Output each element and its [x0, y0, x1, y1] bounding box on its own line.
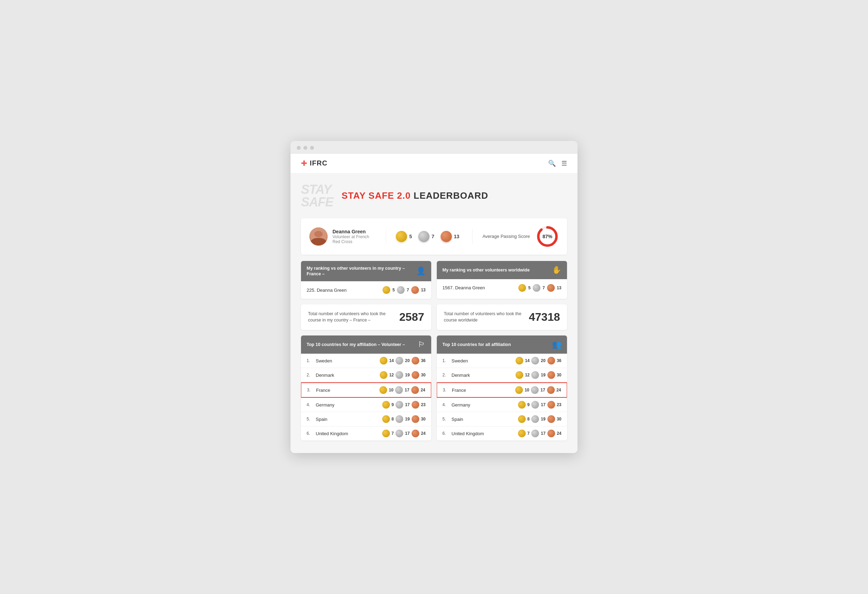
- gold-medal-icon: [396, 231, 407, 242]
- top10-all-title: Top 10 countries for all affiliation: [442, 342, 511, 347]
- table-row: 4. Germany 9 17 23: [301, 398, 431, 412]
- bronze-count: 30: [421, 373, 426, 377]
- wrank-gold-icon: [518, 284, 526, 292]
- table-row: 2. Denmark 12 19 30: [301, 368, 431, 382]
- table-row: 1. Sweden 14 20 36: [301, 354, 431, 368]
- gold-medal-icon: [379, 386, 387, 394]
- country-name: Denmark: [316, 373, 377, 378]
- bronze-medal-icon: [548, 401, 555, 408]
- silver-medal-icon: [531, 415, 539, 423]
- wrank-silver-icon: [533, 284, 540, 292]
- silver-medal-icon: [418, 231, 430, 242]
- country-name: Spain: [316, 417, 379, 422]
- rank-number: 4.: [307, 402, 313, 407]
- silver-count: 20: [405, 358, 409, 363]
- menu-icon[interactable]: ☰: [561, 159, 567, 167]
- gold-count: 8: [392, 417, 394, 422]
- silver-count: 19: [405, 417, 409, 422]
- medals-inline: 12 19 30: [515, 371, 561, 379]
- profile-details: Deanna Green Volunteer at French Red Cro…: [332, 229, 376, 244]
- bronze-medal-item: 13: [441, 231, 459, 242]
- bronze-count: 36: [557, 358, 561, 363]
- total-country-card: Total number of volunteers who took the …: [301, 304, 431, 330]
- country-ranking-row: 225. Deanna Green 5 7 13: [307, 286, 426, 294]
- main-area: Stay Safe STAY SAFE 2.0 LEADERBOARD Dean…: [291, 174, 577, 453]
- silver-medal-count: 7: [431, 234, 434, 239]
- table-row: 5. Spain 8 19 30: [437, 412, 567, 426]
- silver-count: 17: [404, 388, 409, 392]
- score-divider: [472, 229, 472, 244]
- bronze-medal-icon: [548, 357, 555, 364]
- top10-all-card: Top 10 countries for all affiliation 👥 1…: [437, 336, 567, 441]
- bronze-medal-count: 13: [454, 234, 459, 239]
- avatar: [309, 227, 328, 246]
- silver-medal-icon: [396, 357, 403, 364]
- medals-inline: 8 19 30: [382, 415, 426, 423]
- silver-medal-icon: [531, 386, 539, 394]
- silver-medal-icon: [531, 357, 539, 364]
- medals-inline: 14 20 36: [515, 357, 561, 364]
- ranking-grid: My ranking vs other volunteers in my cou…: [301, 261, 567, 299]
- worldwide-ranking-row: 1567. Deanna Green 5 7 13: [442, 284, 561, 292]
- silver-count: 17: [405, 402, 409, 407]
- rank-number: 3.: [443, 388, 449, 392]
- table-row: 6. United Kingdom 7 17 24: [301, 426, 431, 441]
- profile-info: Deanna Green Volunteer at French Red Cro…: [309, 227, 376, 246]
- gold-medal-icon: [515, 371, 523, 379]
- medals-inline: 12 19 30: [380, 371, 426, 379]
- rank-bronze-num: 13: [421, 287, 426, 292]
- gold-medal-icon: [380, 371, 387, 379]
- bronze-count: 30: [557, 373, 561, 377]
- country-name: Sweden: [452, 358, 513, 364]
- gold-medal-icon: [382, 415, 390, 423]
- browser-dot-1: [297, 146, 301, 150]
- wrank-silver-num: 7: [542, 286, 545, 290]
- browser-window: ✛ IFRC 🔍 ☰ Stay Safe STAY SAFE 2.0 LEADE…: [291, 141, 577, 453]
- top10-grid: Top 10 countries for my affiliation – Vo…: [301, 336, 567, 441]
- worldwide-rank-medals: 5 7 13: [518, 284, 561, 292]
- search-icon[interactable]: 🔍: [548, 159, 556, 167]
- total-country-number: 2587: [399, 311, 424, 324]
- worldwide-ranking-card: My ranking vs other volunteers worldwide…: [437, 261, 567, 299]
- gold-count: 12: [525, 373, 530, 377]
- country-name: Sweden: [316, 358, 377, 364]
- gold-count: 10: [525, 388, 529, 392]
- bronze-count: 30: [557, 417, 561, 422]
- bronze-medal-icon: [412, 357, 419, 364]
- total-worldwide-number: 47318: [529, 311, 560, 324]
- bronze-count: 23: [557, 402, 561, 407]
- flag-icon: 🏳: [418, 340, 426, 349]
- gold-medal-icon: [518, 401, 526, 408]
- person-icon: 👤: [416, 267, 426, 276]
- rank-silver-num: 7: [407, 287, 409, 292]
- gold-count: 9: [527, 402, 530, 407]
- gold-medal-icon: [380, 357, 387, 364]
- country-name: United Kingdom: [452, 431, 515, 436]
- top10-all-header: Top 10 countries for all affiliation 👥: [437, 336, 567, 354]
- country-ranking-title: My ranking vs other volunteers in my cou…: [307, 265, 416, 277]
- silver-medal-icon: [531, 371, 539, 379]
- page-title: STAY SAFE 2.0 LEADERBOARD: [342, 190, 488, 201]
- total-grid: Total number of volunteers who took the …: [301, 304, 567, 330]
- top10-affiliation-title: Top 10 countries for my affiliation – Vo…: [307, 342, 405, 347]
- bronze-medal-icon: [412, 371, 419, 379]
- medals-inline: 7 17 24: [382, 430, 426, 437]
- table-row: 3. France 10 17 24: [437, 382, 567, 398]
- gold-count: 8: [527, 417, 530, 422]
- page-content: ✛ IFRC 🔍 ☰ Stay Safe STAY SAFE 2.0 LEADE…: [291, 153, 577, 453]
- wrank-gold-num: 5: [528, 286, 531, 290]
- gold-count: 9: [392, 402, 394, 407]
- medals-inline: 8 19 30: [518, 415, 561, 423]
- bronze-medal-icon: [548, 371, 555, 379]
- country-rank-medals: 5 7 13: [382, 286, 426, 294]
- score-value: 87%: [542, 234, 552, 239]
- country-ranking-body: 225. Deanna Green 5 7 13: [301, 281, 431, 299]
- silver-count: 19: [541, 417, 545, 422]
- rank-silver-icon: [397, 286, 404, 294]
- country-name: Denmark: [452, 373, 513, 378]
- top10-all-body: 1. Sweden 14 20 36 2. Denmark 12 19: [437, 354, 567, 441]
- gold-medal-item: 5: [396, 231, 412, 242]
- silver-medal-icon: [531, 401, 539, 408]
- rank-bronze-icon: [411, 286, 419, 294]
- bronze-count: 30: [421, 417, 426, 422]
